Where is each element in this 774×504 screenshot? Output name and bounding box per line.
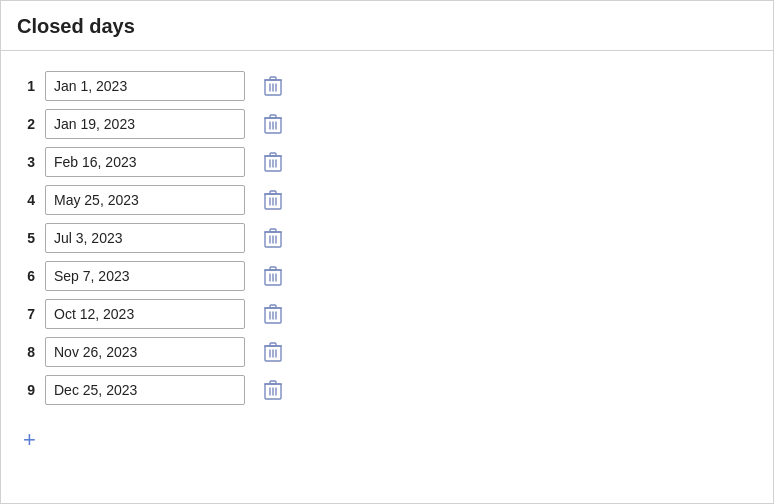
header: Closed days [1,1,773,51]
trash-icon [263,189,283,211]
delete-row-button[interactable] [259,339,287,365]
trash-icon [263,75,283,97]
date-input[interactable] [45,147,245,177]
rows-container: 1 2 3 [17,71,757,413]
row-number: 4 [17,192,45,208]
row-number: 6 [17,268,45,284]
table-row: 5 [17,223,757,253]
delete-row-button[interactable] [259,149,287,175]
add-row-button[interactable]: + [17,425,42,455]
page-container: Closed days 1 2 3 [0,0,774,504]
row-number: 5 [17,230,45,246]
table-row: 2 [17,109,757,139]
table-row: 6 [17,261,757,291]
trash-icon [263,113,283,135]
trash-icon [263,341,283,363]
date-input[interactable] [45,337,245,367]
date-input[interactable] [45,109,245,139]
page-title: Closed days [17,15,135,37]
trash-icon [263,379,283,401]
delete-row-button[interactable] [259,377,287,403]
date-input[interactable] [45,223,245,253]
table-row: 4 [17,185,757,215]
trash-icon [263,227,283,249]
delete-row-button[interactable] [259,263,287,289]
content-area: 1 2 3 [1,51,773,475]
date-input[interactable] [45,375,245,405]
delete-row-button[interactable] [259,73,287,99]
date-input[interactable] [45,261,245,291]
trash-icon [263,151,283,173]
trash-icon [263,303,283,325]
table-row: 7 [17,299,757,329]
row-number: 2 [17,116,45,132]
table-row: 8 [17,337,757,367]
date-input[interactable] [45,71,245,101]
table-row: 9 [17,375,757,405]
date-input[interactable] [45,299,245,329]
delete-row-button[interactable] [259,225,287,251]
row-number: 3 [17,154,45,170]
row-number: 8 [17,344,45,360]
table-row: 3 [17,147,757,177]
delete-row-button[interactable] [259,187,287,213]
table-row: 1 [17,71,757,101]
delete-row-button[interactable] [259,301,287,327]
row-number: 7 [17,306,45,322]
trash-icon [263,265,283,287]
date-input[interactable] [45,185,245,215]
plus-icon: + [23,429,36,451]
delete-row-button[interactable] [259,111,287,137]
row-number: 9 [17,382,45,398]
row-number: 1 [17,78,45,94]
